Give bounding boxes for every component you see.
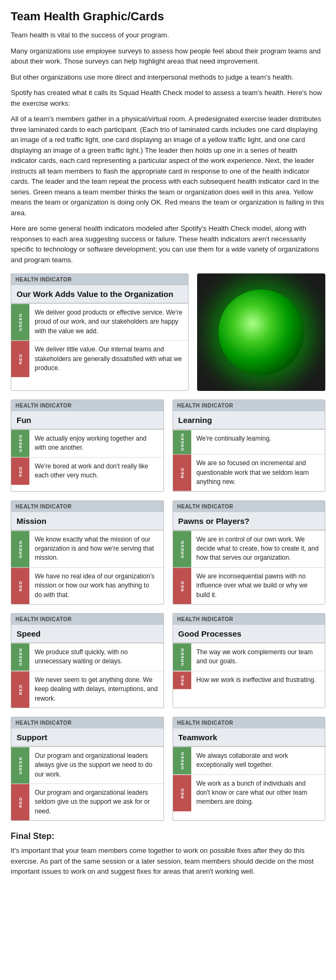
red-label-teamwork: RED bbox=[173, 775, 191, 811]
card-header-learning: HEALTH INDICATOR bbox=[173, 400, 325, 411]
green-label-fun: GREEN bbox=[11, 430, 29, 457]
traffic-light-visual bbox=[197, 273, 325, 391]
card-row-red-speed: RED We never seem to get anything done. … bbox=[11, 671, 163, 708]
green-label-support: GREEN bbox=[11, 747, 29, 783]
card-green-text-1: We deliver good products or effective se… bbox=[29, 304, 188, 340]
card-green-text-learning: We're continually learning. bbox=[191, 430, 325, 454]
card-header-fun: HEALTH INDICATOR bbox=[11, 400, 163, 411]
card-red-text-speed: We never seem to get anything done. We k… bbox=[29, 671, 163, 708]
card-mission: HEALTH INDICATOR Mission GREEN We know e… bbox=[11, 500, 164, 605]
card-row-green-support: GREEN Our program and organizational lea… bbox=[11, 747, 163, 783]
top-section: HEALTH INDICATOR Our Work Adds Value to … bbox=[11, 273, 325, 391]
intro-p1: Team health is vital to the success of y… bbox=[11, 30, 325, 41]
card-title-mission: Mission bbox=[11, 512, 163, 530]
card-header-teamwork: HEALTH INDICATOR bbox=[173, 717, 325, 728]
card-header-1: HEALTH INDICATOR bbox=[11, 274, 188, 285]
card-green-text-teamwork: We always collaborate and work exception… bbox=[191, 747, 325, 774]
green-label-1: GREEN bbox=[11, 304, 29, 340]
card-title-1: Our Work Adds Value to the Organization bbox=[11, 285, 188, 303]
card-row-green-learning: GREEN We're continually learning. bbox=[173, 429, 325, 454]
card-row-red-learning: RED We are so focused on incremental and… bbox=[173, 454, 325, 491]
card-processes: HEALTH INDICATOR Good Processes GREEN Th… bbox=[173, 613, 326, 708]
card-learning: HEALTH INDICATOR Learning GREEN We're co… bbox=[173, 399, 326, 492]
card-fun: HEALTH INDICATOR Fun GREEN We actually e… bbox=[11, 399, 164, 492]
green-light-glow bbox=[218, 289, 304, 375]
red-label-pawns: RED bbox=[173, 568, 191, 604]
card-row-green-speed: GREEN We produce stuff quickly, with no … bbox=[11, 643, 163, 671]
card-speed: HEALTH INDICATOR Speed GREEN We produce … bbox=[11, 613, 164, 708]
card-red-text-teamwork: We work as a bunch of individuals and do… bbox=[191, 775, 325, 811]
page-title: Team Health Graphic/Cards bbox=[11, 10, 325, 23]
card-header-speed: HEALTH INDICATOR bbox=[11, 614, 163, 625]
intro-p4: Spotify has created what it calls its Sq… bbox=[11, 88, 325, 108]
card-row-red-pawns: RED We are inconsequential pawns with no… bbox=[173, 567, 325, 604]
red-label-learning: RED bbox=[173, 454, 191, 491]
card-red-text-learning: We are so focused on incremental and que… bbox=[191, 454, 325, 491]
intro-p3: But other organizations use more direct … bbox=[11, 72, 325, 83]
card-row-green-mission: GREEN We know exactly what the mission o… bbox=[11, 530, 163, 567]
card-red-text-processes: How we work is ineffective and frustrati… bbox=[191, 671, 325, 689]
card-header-processes: HEALTH INDICATOR bbox=[173, 614, 325, 625]
card-row-green-fun: GREEN We actually enjoy working together… bbox=[11, 429, 163, 457]
green-label-speed: GREEN bbox=[11, 644, 29, 671]
card-red-text-mission: We have no real idea of our organization… bbox=[29, 568, 163, 604]
card-row-red-teamwork: RED We work as a bunch of individuals an… bbox=[173, 774, 325, 811]
cards-row-4: HEALTH INDICATOR Support GREEN Our progr… bbox=[11, 717, 325, 821]
final-step-heading: Final Step: bbox=[11, 832, 325, 841]
card-header-mission: HEALTH INDICATOR bbox=[11, 501, 163, 512]
card-row-green-processes: GREEN The way we work complements our te… bbox=[173, 643, 325, 671]
cards-row-1: HEALTH INDICATOR Fun GREEN We actually e… bbox=[11, 399, 325, 492]
card-green-text-pawns: We are in control of our own work. We de… bbox=[191, 531, 325, 567]
green-label-mission: GREEN bbox=[11, 531, 29, 567]
intro-section: Team health is vital to the success of y… bbox=[11, 30, 325, 265]
card-green-text-fun: We actually enjoy working together and w… bbox=[29, 430, 163, 457]
card-value: HEALTH INDICATOR Our Work Adds Value to … bbox=[11, 273, 189, 391]
traffic-light-image bbox=[197, 273, 325, 391]
card-green-text-processes: The way we work complements our team and… bbox=[191, 644, 325, 671]
red-label-speed: RED bbox=[11, 671, 29, 708]
red-label-processes: RED bbox=[173, 671, 191, 689]
card-row-red-processes: RED How we work is ineffective and frust… bbox=[173, 671, 325, 689]
card-row-red-1: RED We deliver little value. Our interna… bbox=[11, 340, 188, 377]
card-header-support: HEALTH INDICATOR bbox=[11, 717, 163, 728]
intro-p6: Here are some general health indicators … bbox=[11, 223, 325, 265]
green-label-processes: GREEN bbox=[173, 644, 191, 671]
card-row-green-1: GREEN We deliver good products or effect… bbox=[11, 303, 188, 340]
card-pawns: HEALTH INDICATOR Pawns or Players? GREEN… bbox=[173, 500, 326, 605]
card-title-processes: Good Processes bbox=[173, 625, 325, 643]
card-red-text-pawns: We are inconsequential pawns with no inf… bbox=[191, 568, 325, 604]
card-red-text-support: Our program and organizational leaders s… bbox=[29, 784, 163, 820]
cards-row-2: HEALTH INDICATOR Mission GREEN We know e… bbox=[11, 500, 325, 605]
red-label-fun: RED bbox=[11, 458, 29, 485]
red-label-support: RED bbox=[11, 784, 29, 820]
card-title-fun: Fun bbox=[11, 411, 163, 429]
card-green-text-speed: We produce stuff quickly, with no unnece… bbox=[29, 644, 163, 671]
card-red-text-fun: We're bored at work and don't really lik… bbox=[29, 458, 163, 485]
card-title-speed: Speed bbox=[11, 625, 163, 643]
final-step-section: Final Step: It's important that your tea… bbox=[11, 832, 325, 877]
red-label-mission: RED bbox=[11, 568, 29, 604]
card-title-support: Support bbox=[11, 728, 163, 747]
red-label-1: RED bbox=[11, 341, 29, 377]
card-row-red-support: RED Our program and organizational leade… bbox=[11, 783, 163, 820]
card-title-teamwork: Teamwork bbox=[173, 728, 325, 747]
card-header-pawns: HEALTH INDICATOR bbox=[173, 501, 325, 512]
green-label-pawns: GREEN bbox=[173, 531, 191, 567]
card-title-learning: Learning bbox=[173, 411, 325, 429]
card-teamwork: HEALTH INDICATOR Teamwork GREEN We alway… bbox=[173, 717, 326, 821]
card-red-text-1: We deliver little value. Our internal te… bbox=[29, 341, 188, 377]
green-label-teamwork: GREEN bbox=[173, 747, 191, 774]
card-title-pawns: Pawns or Players? bbox=[173, 512, 325, 530]
cards-row-3: HEALTH INDICATOR Speed GREEN We produce … bbox=[11, 613, 325, 708]
card-row-green-pawns: GREEN We are in control of our own work.… bbox=[173, 530, 325, 567]
card-support: HEALTH INDICATOR Support GREEN Our progr… bbox=[11, 717, 164, 821]
final-step-text: It's important that your team members co… bbox=[11, 845, 325, 877]
card-green-text-mission: We know exactly what the mission of our … bbox=[29, 531, 163, 567]
intro-p2: Many organizations use employee surveys … bbox=[11, 46, 325, 67]
intro-p5: All of a team's members gather in a phys… bbox=[11, 114, 325, 218]
green-label-learning: GREEN bbox=[173, 430, 191, 454]
card-row-green-teamwork: GREEN We always collaborate and work exc… bbox=[173, 747, 325, 774]
card-row-red-fun: RED We're bored at work and don't really… bbox=[11, 457, 163, 485]
card-row-red-mission: RED We have no real idea of our organiza… bbox=[11, 567, 163, 604]
card-green-text-support: Our program and organizational leaders a… bbox=[29, 747, 163, 783]
